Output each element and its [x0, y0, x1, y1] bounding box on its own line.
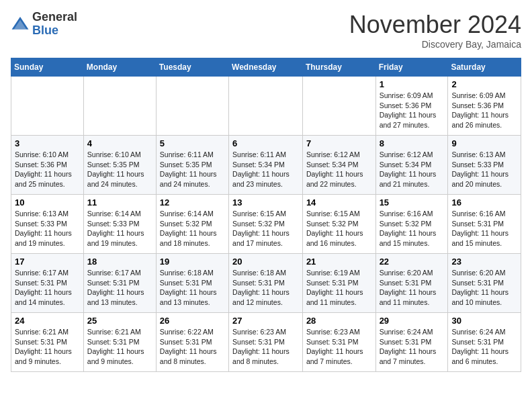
day-number: 26: [160, 316, 225, 326]
calendar-cell: 4Sunrise: 6:10 AM Sunset: 5:35 PM Daylig…: [83, 136, 156, 195]
calendar-cell: [11, 77, 84, 136]
logo: General Blue: [11, 11, 77, 38]
calendar-cell: 19Sunrise: 6:18 AM Sunset: 5:31 PM Dayli…: [156, 254, 228, 313]
day-info: Sunrise: 6:20 AM Sunset: 5:31 PM Dayligh…: [451, 268, 517, 308]
day-number: 6: [232, 138, 299, 148]
calendar-header-row: SundayMondayTuesdayWednesdayThursdayFrid…: [11, 58, 521, 77]
day-number: 20: [232, 257, 299, 267]
day-number: 11: [87, 197, 152, 208]
day-number: 22: [380, 257, 445, 267]
day-number: 12: [160, 197, 225, 208]
calendar-cell: 1Sunrise: 6:09 AM Sunset: 5:36 PM Daylig…: [375, 77, 448, 136]
day-number: 4: [87, 138, 152, 148]
calendar-cell: 5Sunrise: 6:11 AM Sunset: 5:35 PM Daylig…: [156, 136, 228, 195]
logo-icon: [11, 15, 30, 34]
day-info: Sunrise: 6:12 AM Sunset: 5:34 PM Dayligh…: [306, 150, 372, 189]
day-info: Sunrise: 6:23 AM Sunset: 5:31 PM Dayligh…: [232, 327, 299, 367]
day-number: 1: [380, 79, 445, 89]
calendar-cell: 21Sunrise: 6:19 AM Sunset: 5:31 PM Dayli…: [302, 254, 375, 313]
page-header: General Blue November 2024 Discovery Bay…: [11, 11, 521, 50]
day-info: Sunrise: 6:18 AM Sunset: 5:31 PM Dayligh…: [232, 268, 299, 308]
day-of-week-header: Thursday: [302, 58, 375, 77]
calendar-cell: 14Sunrise: 6:15 AM Sunset: 5:32 PM Dayli…: [302, 195, 375, 254]
day-number: 10: [15, 197, 80, 208]
month-title: November 2024: [349, 11, 521, 39]
calendar-week-row: 17Sunrise: 6:17 AM Sunset: 5:31 PM Dayli…: [11, 254, 521, 313]
calendar-cell: 16Sunrise: 6:16 AM Sunset: 5:31 PM Dayli…: [448, 195, 521, 254]
calendar-week-row: 24Sunrise: 6:21 AM Sunset: 5:31 PM Dayli…: [11, 313, 521, 372]
logo-general: General: [32, 10, 77, 24]
day-info: Sunrise: 6:09 AM Sunset: 5:36 PM Dayligh…: [380, 91, 445, 130]
calendar-cell: 12Sunrise: 6:14 AM Sunset: 5:32 PM Dayli…: [156, 195, 228, 254]
day-number: 19: [160, 257, 225, 267]
logo-text: General Blue: [32, 11, 77, 38]
day-number: 21: [306, 257, 372, 267]
day-number: 3: [15, 138, 80, 148]
calendar-week-row: 10Sunrise: 6:13 AM Sunset: 5:33 PM Dayli…: [11, 195, 521, 254]
day-info: Sunrise: 6:17 AM Sunset: 5:31 PM Dayligh…: [87, 268, 152, 308]
day-info: Sunrise: 6:24 AM Sunset: 5:31 PM Dayligh…: [451, 327, 517, 367]
calendar-cell: [156, 77, 228, 136]
calendar-cell: 28Sunrise: 6:23 AM Sunset: 5:31 PM Dayli…: [302, 313, 375, 372]
calendar-cell: 3Sunrise: 6:10 AM Sunset: 5:36 PM Daylig…: [11, 136, 84, 195]
calendar-cell: 25Sunrise: 6:21 AM Sunset: 5:31 PM Dayli…: [83, 313, 156, 372]
calendar-cell: 29Sunrise: 6:24 AM Sunset: 5:31 PM Dayli…: [375, 313, 448, 372]
day-number: 30: [451, 316, 517, 326]
day-number: 17: [15, 257, 80, 267]
title-block: November 2024 Discovery Bay, Jamaica: [349, 11, 521, 50]
calendar-cell: [83, 77, 156, 136]
day-info: Sunrise: 6:18 AM Sunset: 5:31 PM Dayligh…: [160, 268, 225, 308]
day-info: Sunrise: 6:09 AM Sunset: 5:36 PM Dayligh…: [451, 91, 517, 130]
day-number: 27: [232, 316, 299, 326]
day-number: 15: [380, 197, 445, 208]
day-info: Sunrise: 6:23 AM Sunset: 5:31 PM Dayligh…: [306, 327, 372, 367]
calendar-cell: 10Sunrise: 6:13 AM Sunset: 5:33 PM Dayli…: [11, 195, 84, 254]
day-number: 9: [451, 138, 517, 148]
day-info: Sunrise: 6:12 AM Sunset: 5:34 PM Dayligh…: [380, 150, 445, 189]
calendar-cell: 26Sunrise: 6:22 AM Sunset: 5:31 PM Dayli…: [156, 313, 228, 372]
calendar-cell: 23Sunrise: 6:20 AM Sunset: 5:31 PM Dayli…: [448, 254, 521, 313]
calendar-cell: 2Sunrise: 6:09 AM Sunset: 5:36 PM Daylig…: [448, 77, 521, 136]
day-number: 7: [306, 138, 372, 148]
calendar-cell: 20Sunrise: 6:18 AM Sunset: 5:31 PM Dayli…: [229, 254, 303, 313]
day-info: Sunrise: 6:14 AM Sunset: 5:33 PM Dayligh…: [87, 209, 152, 248]
calendar-cell: 6Sunrise: 6:11 AM Sunset: 5:34 PM Daylig…: [229, 136, 303, 195]
calendar-cell: 22Sunrise: 6:20 AM Sunset: 5:31 PM Dayli…: [375, 254, 448, 313]
calendar-cell: 8Sunrise: 6:12 AM Sunset: 5:34 PM Daylig…: [375, 136, 448, 195]
day-info: Sunrise: 6:13 AM Sunset: 5:33 PM Dayligh…: [451, 150, 517, 189]
day-of-week-header: Monday: [83, 58, 156, 77]
day-info: Sunrise: 6:13 AM Sunset: 5:33 PM Dayligh…: [15, 209, 80, 248]
day-of-week-header: Saturday: [448, 58, 521, 77]
day-of-week-header: Wednesday: [229, 58, 303, 77]
day-number: 13: [232, 197, 299, 208]
day-number: 5: [160, 138, 225, 148]
day-number: 28: [306, 316, 372, 326]
calendar-cell: [229, 77, 303, 136]
day-number: 16: [451, 197, 517, 208]
calendar-cell: 13Sunrise: 6:15 AM Sunset: 5:32 PM Dayli…: [229, 195, 303, 254]
calendar-cell: 17Sunrise: 6:17 AM Sunset: 5:31 PM Dayli…: [11, 254, 84, 313]
day-info: Sunrise: 6:10 AM Sunset: 5:35 PM Dayligh…: [87, 150, 152, 189]
day-number: 23: [451, 257, 517, 267]
day-of-week-header: Friday: [375, 58, 448, 77]
day-of-week-header: Sunday: [11, 58, 84, 77]
day-info: Sunrise: 6:15 AM Sunset: 5:32 PM Dayligh…: [306, 209, 372, 248]
calendar-cell: 15Sunrise: 6:16 AM Sunset: 5:32 PM Dayli…: [375, 195, 448, 254]
location-subtitle: Discovery Bay, Jamaica: [349, 39, 521, 50]
day-info: Sunrise: 6:22 AM Sunset: 5:31 PM Dayligh…: [160, 327, 225, 367]
day-info: Sunrise: 6:24 AM Sunset: 5:31 PM Dayligh…: [380, 327, 445, 367]
day-number: 29: [380, 316, 445, 326]
day-number: 24: [15, 316, 80, 326]
day-number: 14: [306, 197, 372, 208]
day-info: Sunrise: 6:15 AM Sunset: 5:32 PM Dayligh…: [232, 209, 299, 248]
day-number: 8: [380, 138, 445, 148]
day-info: Sunrise: 6:20 AM Sunset: 5:31 PM Dayligh…: [380, 268, 445, 308]
day-info: Sunrise: 6:16 AM Sunset: 5:31 PM Dayligh…: [451, 209, 517, 248]
day-number: 18: [87, 257, 152, 267]
calendar-table: SundayMondayTuesdayWednesdayThursdayFrid…: [11, 58, 521, 372]
calendar-cell: 18Sunrise: 6:17 AM Sunset: 5:31 PM Dayli…: [83, 254, 156, 313]
calendar-cell: 30Sunrise: 6:24 AM Sunset: 5:31 PM Dayli…: [448, 313, 521, 372]
calendar-cell: 27Sunrise: 6:23 AM Sunset: 5:31 PM Dayli…: [229, 313, 303, 372]
day-info: Sunrise: 6:16 AM Sunset: 5:32 PM Dayligh…: [380, 209, 445, 248]
day-info: Sunrise: 6:19 AM Sunset: 5:31 PM Dayligh…: [306, 268, 372, 308]
